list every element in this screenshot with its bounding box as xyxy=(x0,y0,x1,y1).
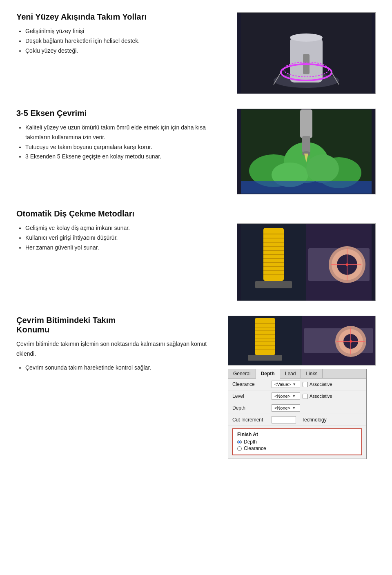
bullet-item: Geliştirilmiş yüzey finişi xyxy=(25,27,227,36)
section-thread: Otomatik Diş Çekme Metodları Gelişmiş ve… xyxy=(16,209,376,301)
svg-rect-17 xyxy=(302,136,310,152)
svg-point-3 xyxy=(290,33,323,42)
clearance-checkbox[interactable] xyxy=(303,382,308,387)
radio-clearance-label: Clearance xyxy=(244,446,266,451)
bullet-item: Çoklu yüzey desteği. xyxy=(25,46,227,56)
dropdown-arrow: ▼ xyxy=(292,382,296,386)
svg-rect-15 xyxy=(241,181,372,194)
svg-rect-33 xyxy=(255,281,292,288)
finish-at-title: Finish At xyxy=(237,432,357,437)
section1-image xyxy=(237,12,376,94)
bullet-item: Tutucuyu ve takım boyunu çarpmalara karş… xyxy=(25,143,227,152)
bullet-item: Her zaman güvenli yol sunar. xyxy=(25,243,227,253)
3axis-illustration xyxy=(241,109,372,194)
bullet-item: Düşük bağlantı hareketleri için helisel … xyxy=(25,36,227,46)
section2-text: 3-5 Eksen Çevrimi Kaliteli yüzey ve uzun… xyxy=(16,109,227,162)
radio-depth[interactable] xyxy=(237,440,242,444)
section2-title: 3-5 Eksen Çevrimi xyxy=(16,109,227,118)
toolpaths-illustration xyxy=(241,13,372,93)
section1-text: Yeni Yüzey Akışında Takım Yolları Gelişt… xyxy=(16,12,227,56)
finish-at-clearance-row: Clearance xyxy=(237,446,357,451)
section3-text: Gelişmiş ve kolay diş açma imkanı sunar.… xyxy=(16,223,227,252)
tab-general[interactable]: General xyxy=(228,369,256,378)
svg-rect-16 xyxy=(300,109,312,138)
finish-at-depth-row: Depth xyxy=(237,439,357,445)
svg-point-60 xyxy=(350,340,352,343)
dropdown-arrow: ▼ xyxy=(292,394,296,398)
clearance-label: Clearance xyxy=(232,381,269,387)
svg-point-14 xyxy=(306,154,339,183)
cut-increment-label: Cut Increment xyxy=(232,417,269,423)
section-finish: Çevrim Bitimindeki TakımKonumu Çevrim bi… xyxy=(16,316,376,459)
svg-point-41 xyxy=(346,263,348,266)
dialog-box: General Depth Lead Links Clearance <Valu… xyxy=(228,369,367,459)
section-toolpaths: Yeni Yüzey Akışında Takım Yolları Gelişt… xyxy=(16,12,376,94)
section4-right: General Depth Lead Links Clearance <Valu… xyxy=(228,316,376,459)
section4-text: Çevrim Bitimindeki TakımKonumu Çevrim bi… xyxy=(16,316,218,372)
dialog-tabs: General Depth Lead Links xyxy=(228,369,366,379)
level-dropdown[interactable]: <None> ▼ xyxy=(272,392,300,400)
clearance-checkbox-row: Associative xyxy=(303,382,332,387)
radio-clearance[interactable] xyxy=(237,446,242,451)
section3-image xyxy=(237,223,376,301)
bullet-item: Kaliteli yüzey ve uzun ömürlü takım ömrü… xyxy=(25,123,227,143)
section-3-5axis: 3-5 Eksen Çevrimi Kaliteli yüzey ve uzun… xyxy=(16,109,376,194)
section4-body: Çevrim bitiminde takımın işlemin son nok… xyxy=(16,339,218,359)
radio-depth-label: Depth xyxy=(244,439,257,445)
dialog-row-cut-increment: Cut Increment Technology xyxy=(228,414,366,426)
depth-label: Depth xyxy=(232,405,269,411)
section3-bullets: Gelişmiş ve kolay diş açma imkanı sunar.… xyxy=(16,223,227,252)
section1-title: Yeni Yüzey Akışında Takım Yolları xyxy=(16,12,227,22)
clearance-dropdown[interactable]: <Value> ▼ xyxy=(272,381,300,388)
level-label: Level xyxy=(232,393,269,399)
tab-depth[interactable]: Depth xyxy=(256,369,280,379)
tab-links[interactable]: Links xyxy=(301,369,323,378)
finish-top-image xyxy=(228,316,375,365)
dialog-row-level: Level <None> ▼ Associative xyxy=(228,390,366,402)
section4-bullets: Çevrim sonunda takım hareketinde kontrol… xyxy=(16,363,218,373)
level-checkbox-row: Associative xyxy=(303,394,332,399)
section3-title: Otomatik Diş Çekme Metodları xyxy=(16,209,376,218)
section1-bullets: Geliştirilmiş yüzey finişi Düşük bağlant… xyxy=(16,27,227,56)
bullet-item: 3 Eksenden 5 Eksene geçişte en kolay met… xyxy=(25,152,227,162)
depth-dropdown[interactable]: <None> ▼ xyxy=(272,404,300,412)
section2-image xyxy=(237,109,376,194)
section4-title: Çevrim Bitimindeki TakımKonumu xyxy=(16,316,218,334)
cut-increment-input[interactable] xyxy=(272,416,296,423)
bullet-item: Kullanıcı veri girişi ihtiyacını düşürür… xyxy=(25,233,227,243)
dialog-row-clearance: Clearance <Value> ▼ Associative xyxy=(228,379,366,390)
bullet-item: Gelişmiş ve kolay diş açma imkanı sunar. xyxy=(25,223,227,233)
dialog-row-depth: Depth <None> ▼ xyxy=(228,402,366,414)
svg-rect-52 xyxy=(248,355,282,361)
thread-illustration xyxy=(241,224,372,301)
technology-label: Technology xyxy=(302,417,327,423)
tab-lead[interactable]: Lead xyxy=(280,369,301,378)
bullet-item: Çevrim sonunda takım hareketinde kontrol… xyxy=(25,363,218,373)
section2-bullets: Kaliteli yüzey ve uzun ömürlü takım ömrü… xyxy=(16,123,227,162)
level-checkbox[interactable] xyxy=(303,394,308,399)
dropdown-arrow: ▼ xyxy=(292,406,296,410)
finish-at-box: Finish At Depth Clearance xyxy=(232,428,362,455)
